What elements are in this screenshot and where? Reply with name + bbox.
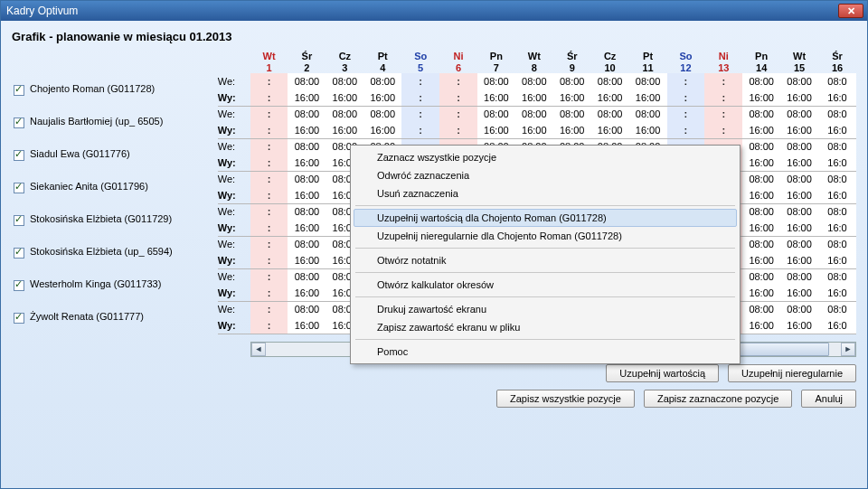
time-cell-we[interactable]: 08:00 <box>515 106 553 122</box>
time-cell-wy[interactable]: : <box>667 89 705 106</box>
time-cell-we[interactable]: 08:00 <box>780 73 818 89</box>
time-cell-wy[interactable]: 16:00 <box>742 155 780 171</box>
context-menu-item[interactable]: Pomoc <box>354 343 737 361</box>
time-cell-we[interactable]: 08:00 <box>477 73 515 89</box>
time-cell-wy[interactable]: 16:0 <box>818 252 856 268</box>
time-cell-we[interactable]: 08:00 <box>742 138 780 155</box>
time-cell-we[interactable]: 08:00 <box>288 236 326 252</box>
time-cell-we[interactable]: 08:00 <box>742 301 780 317</box>
time-cell-wy[interactable]: : <box>250 187 288 203</box>
employee-cell[interactable]: Stokosińska Elżbieta (G011729) <box>12 203 218 236</box>
employee-checkbox[interactable] <box>14 85 24 96</box>
time-cell-wy[interactable]: 16:0 <box>818 285 856 301</box>
time-cell-we[interactable]: 08:0 <box>818 203 856 220</box>
time-cell-we[interactable]: 08:00 <box>780 106 818 122</box>
time-cell-we[interactable]: : <box>250 301 288 317</box>
time-cell-we[interactable]: : <box>439 106 477 122</box>
time-cell-wy[interactable]: : <box>250 122 288 138</box>
time-cell-we[interactable]: : <box>250 236 288 252</box>
time-cell-we[interactable]: 08:00 <box>629 73 667 89</box>
fill-irregular-button[interactable]: Uzupełnij nieregularnie <box>728 364 856 382</box>
time-cell-wy[interactable]: 16:00 <box>288 220 326 236</box>
time-cell-wy[interactable]: : <box>439 89 477 106</box>
time-cell-wy[interactable]: 16:00 <box>780 220 818 236</box>
context-menu-item[interactable]: Drukuj zawartość ekranu <box>354 300 737 318</box>
employee-cell[interactable]: Westerholm Kinga (G011733) <box>12 268 218 301</box>
time-cell-wy[interactable]: 16:00 <box>591 89 629 106</box>
time-cell-wy[interactable]: : <box>401 89 439 106</box>
time-cell-we[interactable]: 08:00 <box>288 73 326 89</box>
time-cell-wy[interactable]: 16:00 <box>780 317 818 334</box>
time-cell-wy[interactable]: 16:00 <box>553 89 591 106</box>
time-cell-wy[interactable]: 16:00 <box>742 252 780 268</box>
time-cell-wy[interactable]: 16:0 <box>818 89 856 106</box>
time-cell-wy[interactable]: : <box>250 155 288 171</box>
time-cell-wy[interactable]: 16:00 <box>780 187 818 203</box>
time-cell-wy[interactable]: 16:00 <box>742 317 780 334</box>
time-cell-we[interactable]: : <box>439 73 477 89</box>
time-cell-we[interactable]: 08:00 <box>553 73 591 89</box>
time-cell-we[interactable]: 08:00 <box>742 106 780 122</box>
employee-checkbox[interactable] <box>14 118 24 128</box>
time-cell-we[interactable]: 08:00 <box>363 106 401 122</box>
time-cell-we[interactable]: 08:00 <box>780 236 818 252</box>
time-cell-we[interactable]: 08:00 <box>780 138 818 155</box>
time-cell-wy[interactable]: : <box>250 317 288 334</box>
time-cell-wy[interactable]: 16:00 <box>629 89 667 106</box>
time-cell-wy[interactable]: : <box>704 122 742 138</box>
time-cell-we[interactable]: 08:00 <box>326 73 363 89</box>
time-cell-we[interactable]: 08:0 <box>818 236 856 252</box>
time-cell-wy[interactable]: : <box>250 285 288 301</box>
time-cell-wy[interactable]: 16:00 <box>742 220 780 236</box>
save-all-button[interactable]: Zapisz wszystkie pozycje <box>496 390 635 408</box>
time-cell-wy[interactable]: 16:00 <box>629 122 667 138</box>
time-cell-wy[interactable]: : <box>667 122 705 138</box>
time-cell-wy[interactable]: : <box>250 220 288 236</box>
time-cell-we[interactable]: 08:00 <box>742 268 780 285</box>
time-cell-we[interactable]: 08:00 <box>591 73 629 89</box>
time-cell-wy[interactable]: 16:0 <box>818 220 856 236</box>
time-cell-wy[interactable]: 16:00 <box>742 187 780 203</box>
time-cell-we[interactable]: 08:00 <box>288 203 326 220</box>
time-cell-we[interactable]: 08:0 <box>818 106 856 122</box>
employee-cell[interactable]: Siekaniec Anita (G011796) <box>12 171 218 203</box>
time-cell-wy[interactable]: 16:0 <box>818 187 856 203</box>
employee-cell[interactable]: Siadul Ewa (G011776) <box>12 138 218 171</box>
scroll-left-arrow[interactable]: ◄ <box>251 343 266 356</box>
context-menu-item[interactable]: Zapisz zawartość ekranu w pliku <box>354 318 737 336</box>
employee-cell[interactable]: Stokosińska Elżbieta (up_ 6594) <box>12 236 218 268</box>
time-cell-we[interactable]: 08:00 <box>780 171 818 187</box>
time-cell-wy[interactable]: 16:00 <box>288 89 326 106</box>
time-cell-wy[interactable]: : <box>250 89 288 106</box>
context-menu-item[interactable]: Otwórz kalkulator okresów <box>354 276 737 294</box>
time-cell-we[interactable]: 08:00 <box>326 106 363 122</box>
context-menu-item[interactable]: Zaznacz wszystkie pozycje <box>354 148 737 166</box>
time-cell-we[interactable]: 08:00 <box>288 171 326 187</box>
time-cell-we[interactable]: 08:00 <box>288 106 326 122</box>
time-cell-wy[interactable]: 16:00 <box>780 122 818 138</box>
employee-checkbox[interactable] <box>14 248 24 259</box>
context-menu-item[interactable]: Odwróć zaznaczenia <box>354 166 737 184</box>
time-cell-we[interactable]: 08:00 <box>629 106 667 122</box>
time-cell-we[interactable]: : <box>250 268 288 285</box>
time-cell-we[interactable]: 08:0 <box>818 301 856 317</box>
time-cell-we[interactable]: : <box>704 106 742 122</box>
employee-checkbox[interactable] <box>14 215 24 226</box>
time-cell-we[interactable]: : <box>401 73 439 89</box>
time-cell-wy[interactable]: 16:00 <box>288 122 326 138</box>
time-cell-wy[interactable]: 16:00 <box>780 155 818 171</box>
employee-cell[interactable]: Naujalis Bartłomiej (up_ 6505) <box>12 106 218 138</box>
time-cell-we[interactable]: 08:00 <box>288 268 326 285</box>
time-cell-we[interactable]: 08:00 <box>288 301 326 317</box>
time-cell-we[interactable]: 08:00 <box>780 268 818 285</box>
time-cell-wy[interactable]: 16:00 <box>742 89 780 106</box>
time-cell-wy[interactable]: 16:0 <box>818 122 856 138</box>
time-cell-wy[interactable]: 16:00 <box>288 155 326 171</box>
time-cell-wy[interactable]: 16:00 <box>742 122 780 138</box>
time-cell-we[interactable]: 08:00 <box>742 171 780 187</box>
employee-checkbox[interactable] <box>14 313 24 324</box>
time-cell-we[interactable]: 08:00 <box>742 236 780 252</box>
time-cell-we[interactable]: : <box>250 106 288 122</box>
time-cell-wy[interactable]: 16:00 <box>288 187 326 203</box>
scroll-right-arrow[interactable]: ► <box>841 343 855 356</box>
